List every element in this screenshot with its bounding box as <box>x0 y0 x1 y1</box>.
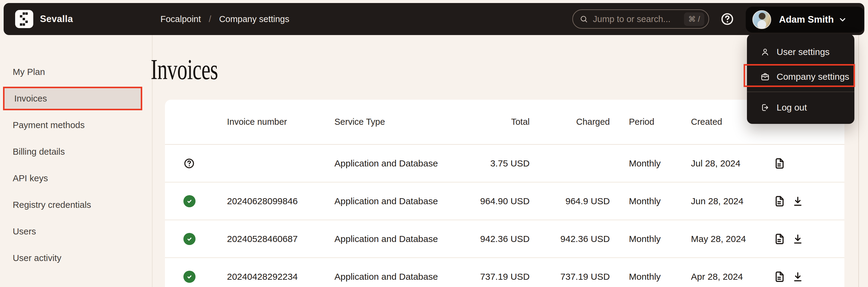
help-icon[interactable] <box>720 12 734 26</box>
breadcrumb: Focalpoint / Company settings <box>160 3 289 35</box>
created-date: Jun 28, 2024 <box>672 196 763 206</box>
user-menu-button[interactable]: Adam Smith <box>746 7 864 33</box>
paid-status-icon <box>183 195 195 207</box>
service-type: Application and Database <box>334 234 453 244</box>
user-icon <box>760 47 770 57</box>
sidebar-item-api-keys[interactable]: API keys <box>3 167 142 190</box>
billing-period: Monthly <box>610 234 672 244</box>
sidebar-item-my-plan[interactable]: My Plan <box>3 60 142 84</box>
total-amount: 737.19 USD <box>453 272 530 282</box>
total-amount: 942.36 USD <box>453 234 530 244</box>
charged-amount: 964.9 USD <box>530 196 610 206</box>
column-header-period: Period <box>610 117 672 127</box>
page-title: Invoices <box>151 55 218 84</box>
brand-name: Sevalla <box>40 13 73 25</box>
sidebar-item-billing-details[interactable]: Billing details <box>3 140 142 164</box>
chevron-down-icon <box>838 15 847 25</box>
settings-sidebar: My Plan Invoices Payment methods Billing… <box>0 60 152 273</box>
content-edge-line <box>858 35 859 287</box>
sidebar-item-user-activity[interactable]: User activity <box>3 246 142 270</box>
invoices-table-card: Invoice number Service Type Total Charge… <box>165 100 844 287</box>
paid-status-icon <box>183 271 195 283</box>
invoice-number: 20240628099846 <box>227 196 334 206</box>
invoice-file-icon[interactable] <box>773 157 786 170</box>
table-row: Application and Database 3.75 USD Monthl… <box>165 145 844 182</box>
column-header-total: Total <box>453 117 530 127</box>
billing-period: Monthly <box>610 158 672 169</box>
menu-item-user-settings[interactable]: User settings <box>747 40 855 64</box>
top-navigation-bar: Sevalla Focalpoint / Company settings ⌘ … <box>4 3 864 35</box>
service-type: Application and Database <box>334 158 453 169</box>
created-date: May 28, 2024 <box>672 234 763 244</box>
total-amount: 964.90 USD <box>453 196 530 206</box>
service-type: Application and Database <box>334 272 453 282</box>
logout-icon <box>760 103 770 112</box>
search-input[interactable] <box>592 14 684 25</box>
charged-amount: 737.19 USD <box>530 272 610 282</box>
billing-period: Monthly <box>610 272 672 282</box>
column-header-charged: Charged <box>530 117 610 127</box>
total-amount: 3.75 USD <box>453 158 530 169</box>
search-icon <box>580 15 588 23</box>
table-row: 20240628099846 Application and Database … <box>165 182 844 220</box>
brand[interactable]: Sevalla <box>15 10 73 28</box>
briefcase-icon <box>760 72 770 81</box>
paid-status-icon <box>183 233 195 245</box>
search-shortcut-badge: ⌘ / <box>684 12 704 26</box>
breadcrumb-current: Company settings <box>219 14 289 24</box>
avatar <box>752 10 771 29</box>
download-icon[interactable] <box>792 271 804 283</box>
billing-period: Monthly <box>610 196 672 206</box>
download-icon[interactable] <box>792 195 804 207</box>
invoice-number: 20240528460687 <box>227 234 334 244</box>
sevalla-logo-icon <box>15 10 33 28</box>
user-name: Adam Smith <box>779 14 834 25</box>
invoice-file-icon[interactable] <box>773 270 786 283</box>
sidebar-item-payment-methods[interactable]: Payment methods <box>3 113 142 137</box>
menu-item-log-out[interactable]: Log out <box>747 95 855 120</box>
invoice-file-icon[interactable] <box>773 194 786 208</box>
table-header-row: Invoice number Service Type Total Charge… <box>165 100 844 145</box>
created-date: Apr 28, 2024 <box>672 272 763 282</box>
pending-status-icon <box>183 158 195 169</box>
company-settings-page: Sevalla Focalpoint / Company settings ⌘ … <box>0 0 868 287</box>
breadcrumb-project[interactable]: Focalpoint <box>160 14 201 24</box>
sidebar-item-users[interactable]: Users <box>3 220 142 243</box>
invoice-number: 20240428292234 <box>227 272 334 282</box>
column-header-service-type: Service Type <box>334 117 453 127</box>
menu-divider <box>747 92 855 92</box>
sidebar-item-registry-credentials[interactable]: Registry credentials <box>3 193 142 217</box>
download-icon[interactable] <box>792 233 804 245</box>
charged-amount: 942.36 USD <box>530 234 610 244</box>
table-row: 20240528460687 Application and Database … <box>165 220 844 258</box>
global-search[interactable]: ⌘ / <box>572 9 709 29</box>
sidebar-item-invoices[interactable]: Invoices <box>3 87 142 110</box>
user-dropdown-menu: User settings Company settings Log out <box>747 34 855 124</box>
service-type: Application and Database <box>334 196 453 206</box>
menu-item-company-settings[interactable]: Company settings <box>747 64 855 89</box>
created-date: Jul 28, 2024 <box>672 158 763 169</box>
column-header-invoice-number: Invoice number <box>227 117 334 127</box>
breadcrumb-separator: / <box>209 14 211 24</box>
invoice-file-icon[interactable] <box>773 232 786 246</box>
table-row: 20240428292234 Application and Database … <box>165 258 844 287</box>
